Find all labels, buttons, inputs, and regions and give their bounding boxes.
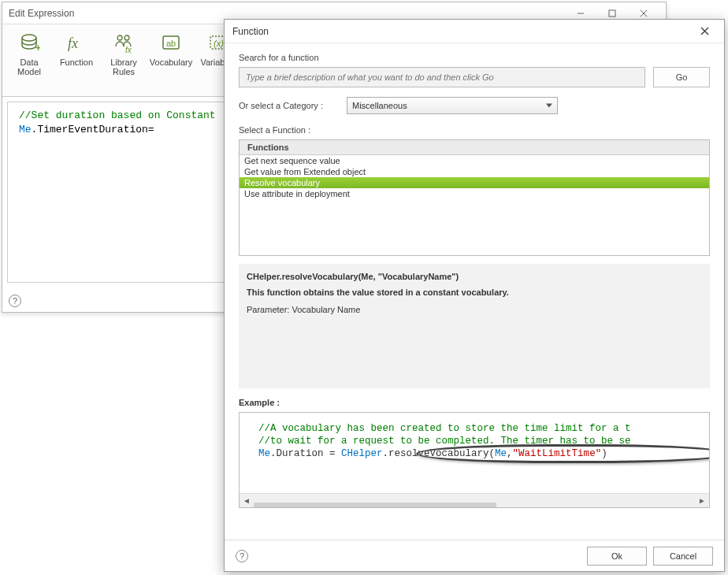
- ribbon-label: Function: [60, 58, 93, 67]
- example-code: //A vocabulary has been created to store…: [240, 413, 709, 463]
- category-label: Or select a Category :: [239, 101, 323, 110]
- go-button[interactable]: Go: [653, 67, 710, 87]
- svg-text:fx: fx: [125, 46, 132, 54]
- ribbon-vocabulary[interactable]: ab Vocabulary: [152, 28, 190, 67]
- svg-text:+: +: [35, 43, 40, 54]
- category-combo[interactable]: Miscellaneous: [347, 97, 558, 114]
- function-row-selected[interactable]: Resolve vocabulary: [240, 177, 709, 188]
- function-signature: CHelper.resolveVocabulary(Me, "Vocabular…: [247, 272, 702, 281]
- search-label: Search for a function: [239, 53, 710, 62]
- fx-icon: fx: [64, 31, 89, 56]
- ribbon-label: Data Model: [10, 58, 48, 76]
- vocabulary-icon: ab: [158, 31, 184, 56]
- description-panel: CHelper.resolveVocabulary(Me, "Vocabular…: [239, 264, 710, 388]
- search-input[interactable]: [239, 67, 645, 87]
- scroll-thumb[interactable]: [254, 503, 496, 509]
- function-parameter: Parameter: Vocabulary Name: [247, 305, 702, 314]
- code-text: .TimerEventDuration=: [32, 124, 154, 135]
- svg-point-7: [117, 35, 122, 40]
- ribbon-label: Library Rules: [105, 58, 143, 76]
- svg-rect-1: [609, 10, 615, 17]
- example-scrollbar[interactable]: ◄ ►: [240, 493, 709, 507]
- category-value: Miscellaneous: [352, 101, 407, 110]
- code-comment: //Set duration based on Constant: [19, 109, 216, 121]
- dialog-footer: ? Ok Cancel: [225, 540, 724, 571]
- select-function-label: Select a Function :: [239, 125, 710, 135]
- svg-point-4: [22, 35, 36, 41]
- cancel-button[interactable]: Cancel: [653, 547, 713, 566]
- function-dialog: Function Search for a function Go Or sel…: [224, 19, 725, 572]
- ribbon-library-rules[interactable]: fx Library Rules: [105, 28, 143, 76]
- svg-text:ab: ab: [166, 39, 176, 48]
- scroll-right-icon[interactable]: ►: [695, 494, 709, 508]
- code-keyword: Me: [19, 124, 32, 135]
- library-icon: fx: [111, 31, 136, 56]
- function-list[interactable]: Functions Get next sequence value Get va…: [239, 139, 710, 256]
- function-list-header: Functions: [240, 140, 709, 155]
- function-row[interactable]: Get next sequence value: [240, 155, 709, 166]
- svg-point-8: [124, 35, 129, 40]
- help-icon[interactable]: ?: [236, 550, 248, 562]
- ribbon-label: Vocabulary: [150, 58, 192, 67]
- dialog-close-button[interactable]: [693, 20, 716, 43]
- help-icon[interactable]: ?: [9, 295, 21, 307]
- function-description: This function obtains the value stored i…: [247, 288, 702, 297]
- database-icon: +: [17, 31, 42, 56]
- ok-button[interactable]: Ok: [587, 547, 647, 566]
- example-label: Example :: [239, 398, 710, 407]
- parent-title: Edit Expression: [9, 8, 565, 19]
- example-box: //A vocabulary has been created to store…: [239, 412, 710, 508]
- function-row[interactable]: Get value from Extended object: [240, 166, 709, 177]
- dialog-titlebar: Function: [225, 20, 724, 43]
- scroll-left-icon[interactable]: ◄: [240, 494, 254, 508]
- ribbon-data-model[interactable]: + Data Model: [10, 28, 48, 76]
- dialog-title: Function: [232, 26, 693, 37]
- function-row[interactable]: Use attribute in deployment: [240, 188, 709, 199]
- svg-text:(x): (x): [214, 39, 224, 48]
- ribbon-function[interactable]: fx Function: [58, 28, 95, 67]
- svg-text:fx: fx: [68, 35, 78, 51]
